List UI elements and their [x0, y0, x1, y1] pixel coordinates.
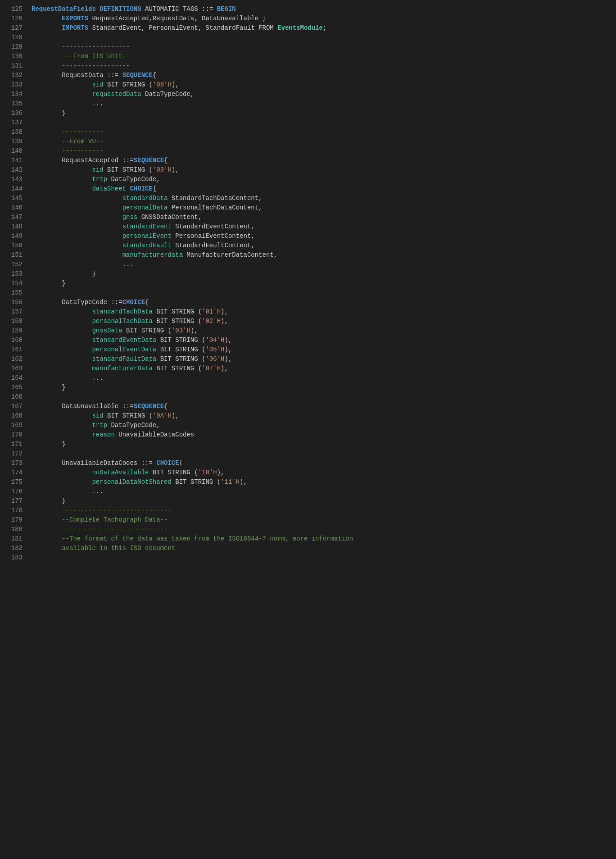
line-content: standardEvent StandardEventContent, [32, 222, 611, 232]
line-number: 145 [5, 194, 23, 203]
line-content [32, 118, 611, 127]
token [32, 299, 62, 306]
line-number: 137 [5, 118, 23, 127]
line-number: 146 [5, 203, 23, 213]
token: '04'H [205, 336, 224, 344]
line-number: 149 [5, 232, 23, 241]
token: manufacturerData [92, 365, 152, 372]
line: 130 ---From ITS Unit-- [0, 52, 616, 61]
line: 174 noDataAvailable BIT STRING ('10'H), [0, 468, 616, 477]
line: 177 } [0, 496, 616, 506]
line-content: ----------- [32, 127, 611, 137]
line: 140 ----------- [0, 146, 616, 156]
line-number: 165 [5, 383, 23, 392]
line-number: 130 [5, 52, 23, 61]
line-content: standardData StandardTachDataContent, [32, 194, 611, 203]
token: CHOICE [156, 459, 179, 467]
line-number: 142 [5, 165, 23, 175]
token: SEQUENCE [122, 72, 153, 79]
line: 175 personalDataNotShared BIT STRING ('1… [0, 477, 616, 487]
token [32, 43, 62, 50]
line: 154 } [0, 279, 616, 288]
token: DataTypeCode [62, 299, 107, 306]
token [32, 261, 122, 268]
token: ::= [118, 403, 134, 410]
line: 179 --Complete Tachograph Data-- [0, 515, 616, 525]
token: --From VU-- [62, 138, 103, 145]
token [32, 195, 122, 202]
token [32, 403, 62, 410]
line-content: personalData PersonalTachDataContent, [32, 203, 611, 213]
line-content: EXPORTS RequestAccepted,RequestData, Dat… [32, 14, 611, 23]
line-content: standardTachData BIT STRING ('01'H), [32, 307, 611, 317]
token: personalData [122, 204, 168, 211]
token: '08'H [153, 81, 172, 88]
token [32, 72, 62, 79]
token [32, 232, 122, 240]
line: 178 ----------------------------- [0, 506, 616, 515]
token: EXPORTS [62, 15, 88, 22]
line-content [32, 33, 611, 42]
line-number: 167 [5, 402, 23, 411]
line-number: 153 [5, 269, 23, 279]
line: 183 [0, 553, 616, 563]
line: 143 trtp DataTypeCode, [0, 175, 616, 184]
line-number: 155 [5, 288, 23, 298]
token: '07'H [202, 365, 221, 372]
token: '05'H [205, 346, 224, 353]
token: StandardEvent, PersonalEvent, StandardFa… [88, 24, 258, 32]
line-content: ----------------------------- [32, 525, 611, 534]
line: 170 reason UnavailableDataCodes [0, 430, 616, 440]
token: personalEventData [92, 346, 156, 353]
token: ... [92, 374, 103, 382]
line: 139 --From VU-- [0, 137, 616, 146]
token: '11'H [221, 478, 240, 486]
token [32, 24, 62, 32]
token: { [145, 299, 149, 306]
token: StandardTachDataContent, [168, 195, 262, 202]
token [32, 91, 92, 98]
line-content: ... [32, 260, 611, 269]
token: } [62, 441, 65, 448]
line-number: 179 [5, 515, 23, 525]
line-content: sid BIT STRING ('09'H), [32, 165, 611, 175]
line-number: 158 [5, 317, 23, 326]
line: 136 } [0, 109, 616, 118]
line-content: gnssData BIT STRING ('03'H), [32, 326, 611, 336]
line-content: manufacturerData BIT STRING ('07'H), [32, 364, 611, 373]
token: StandardEventContent, [172, 223, 255, 230]
token [32, 516, 62, 523]
token: ----------- [62, 128, 103, 136]
line: 135 ... [0, 99, 616, 109]
token: sid [92, 166, 103, 173]
line: 133 sid BIT STRING ('08'H), [0, 80, 616, 90]
line-number: 151 [5, 250, 23, 260]
line: 132 RequestData ::= SEQUENCE{ [0, 71, 616, 80]
line: 131 ------------------ [0, 61, 616, 71]
line: 149 personalEvent PersonalEventContent, [0, 232, 616, 241]
line: 164 ... [0, 373, 616, 383]
line: 166 [0, 392, 616, 402]
token: BEGIN [217, 5, 236, 13]
line-content: standardEventData BIT STRING ('04'H), [32, 336, 611, 345]
token: DataTypeCode, [141, 91, 195, 98]
line-content: standardFault StandardFaultContent, [32, 241, 611, 250]
line-content: DataTypeCode ::=CHOICE{ [32, 298, 611, 307]
token: --Complete Tachograph Data-- [62, 516, 168, 523]
line-number: 176 [5, 487, 23, 496]
line-content: } [32, 383, 611, 392]
line: 134 requestedData DataTypeCode, [0, 90, 616, 99]
token: ), [240, 478, 247, 486]
line-number: 177 [5, 496, 23, 506]
line-content: RequestDataFields DEFINITIONS AUTOMATIC … [32, 5, 611, 14]
line-number: 139 [5, 137, 23, 146]
line-content: } [32, 109, 611, 118]
token: SEQUENCE [134, 157, 164, 164]
token: { [164, 157, 168, 164]
line-number: 147 [5, 213, 23, 222]
token: ::= [118, 157, 134, 164]
line-content: sid BIT STRING ('08'H), [32, 80, 611, 90]
token: --The format of the data was taken from … [62, 535, 353, 542]
token: ... [122, 261, 134, 268]
token [32, 128, 62, 136]
